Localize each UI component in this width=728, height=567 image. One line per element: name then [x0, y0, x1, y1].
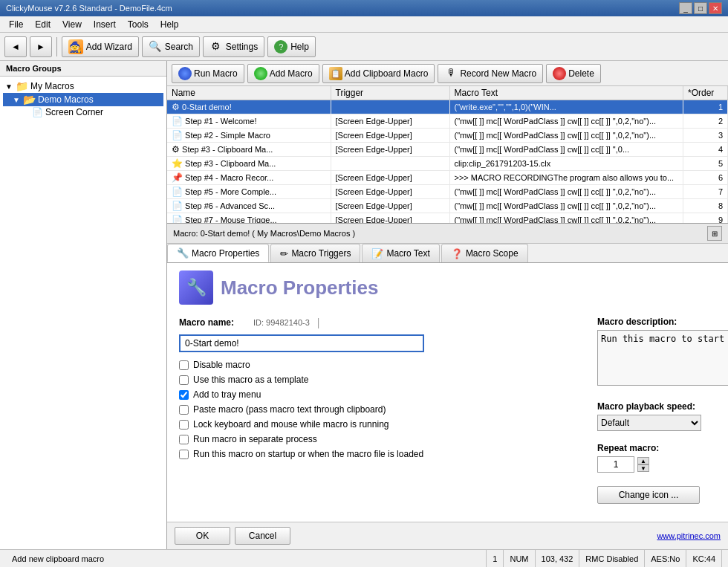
back-icon: ◄: [11, 42, 20, 52]
close-button[interactable]: ✕: [709, 2, 722, 14]
forward-button[interactable]: ►: [30, 36, 52, 57]
maximize-button[interactable]: □: [694, 2, 707, 14]
table-row[interactable]: 📄 Step #5 - More Comple... [Screen Edge-…: [167, 185, 728, 199]
website-link[interactable]: www.pitrinec.com: [657, 531, 721, 540]
repeat-down-button[interactable]: ▼: [637, 464, 649, 472]
macro-name-input[interactable]: [179, 334, 424, 352]
help-button[interactable]: ? Help: [267, 36, 316, 57]
name-label: Macro name:: [179, 317, 246, 328]
macro-table-container[interactable]: Name Trigger Macro Text *Order ⚙ 0-Start…: [167, 86, 728, 224]
prop-header: 🔧 Macro Properties: [179, 270, 716, 305]
cell-text: ("mw[[ ]] mc[[ WordPadClass ]] cw[[ ]] c…: [449, 213, 683, 224]
checkbox-label-separate: Run macro in separate process: [193, 434, 317, 444]
record-icon: 🎙: [444, 67, 458, 80]
row-icon: 📄: [172, 187, 183, 197]
macro-groups-panel: Macro Groups ▼ 📁 My Macros ▼ 📂 Demo Macr…: [0, 61, 167, 549]
repeat-up-button[interactable]: ▲: [637, 457, 649, 464]
checkbox-startup[interactable]: [179, 450, 189, 459]
checkbox-row-startup: Run this macro on startup or when the ma…: [179, 449, 585, 459]
tree-label: My Macros: [30, 81, 74, 91]
row-icon: ⭐: [172, 158, 183, 169]
table-row[interactable]: ⚙ Step #3 - Clipboard Ma... [Screen Edge…: [167, 143, 728, 157]
table-row[interactable]: 📄 Step #7 - Mouse Trigge... [Screen Edge…: [167, 213, 728, 224]
repeat-input[interactable]: [597, 456, 634, 473]
expand-panel-button[interactable]: ⊞: [707, 226, 722, 241]
table-row[interactable]: ⭐ Step #3 - Clipboard Ma... clip:clip_26…: [167, 157, 728, 171]
repeat-section: Repeat macro: ▲ ▼: [597, 443, 716, 473]
tab-macro-properties[interactable]: 🔧 Macro Properties: [167, 244, 269, 262]
add-macro-button[interactable]: Add Macro: [247, 64, 319, 83]
speed-label: Macro playback speed:: [597, 401, 716, 412]
checkboxes-container: Disable macro Use this macro as a templa…: [179, 360, 585, 459]
run-icon: [178, 67, 192, 80]
cell-trigger: [331, 157, 449, 171]
checkbox-disable[interactable]: [179, 360, 189, 370]
tree-label: Demo Macros: [38, 94, 94, 105]
add-clipboard-button[interactable]: 📋 Add Clipboard Macro: [322, 64, 435, 83]
checkbox-row-tray: Add to tray menu: [179, 389, 585, 400]
change-icon-button[interactable]: Change icon ...: [597, 486, 700, 504]
add-wizard-button[interactable]: 🧙 Add Wizard: [62, 36, 139, 57]
tree-label: Screen Corner: [45, 107, 103, 117]
delete-icon: [553, 67, 566, 80]
table-row[interactable]: ⚙ 0-Start demo! ("write.exe","","",1,0)(…: [167, 100, 728, 114]
table-row[interactable]: 📄 Step #6 - Advanced Sc... [Screen Edge-…: [167, 199, 728, 213]
title-bar: ClickyMouse v7.2.6 Standard - DemoFile.4…: [0, 0, 728, 16]
cancel-button[interactable]: Cancel: [235, 527, 290, 545]
menu-insert[interactable]: Insert: [88, 18, 122, 31]
checkbox-paste[interactable]: [179, 405, 189, 415]
expand-icon: ▼: [12, 96, 21, 104]
table-row[interactable]: 📄 Step #2 - Simple Macro [Screen Edge-Up…: [167, 129, 728, 143]
description-textarea[interactable]: Run this macro to start demo.: [597, 330, 728, 386]
speed-select[interactable]: Default Slow Normal Fast Very Fast: [597, 415, 701, 431]
tree-item-demo-macros[interactable]: ▼ 📂 Demo Macros: [3, 93, 163, 106]
checkbox-lock[interactable]: [179, 420, 189, 430]
menu-edit[interactable]: Edit: [29, 18, 56, 31]
folder-icon: 📁: [16, 80, 28, 92]
toolbar-separator-1: [56, 37, 57, 56]
record-button[interactable]: 🎙 Record New Macro: [438, 64, 543, 83]
row-icon: ⚙: [172, 102, 180, 112]
tab-text-icon: 📝: [371, 248, 383, 259]
window-controls: _ □ ✕: [679, 2, 722, 14]
tree-item-my-macros[interactable]: ▼ 📁 My Macros: [3, 80, 163, 93]
cell-order: 8: [683, 199, 728, 213]
ok-button[interactable]: OK: [175, 527, 230, 545]
macro-toolbar: Run Macro Add Macro 📋 Add Clipboard Macr…: [167, 61, 728, 86]
status-bar: Add new clipboard macro 1 NUM 103, 432 R…: [0, 549, 728, 567]
main-toolbar: ◄ ► 🧙 Add Wizard 🔍 Search ⚙ Settings ? H…: [0, 33, 728, 61]
menu-file[interactable]: File: [3, 18, 29, 31]
name-row: Macro name: ID: 99482140-3 |: [179, 317, 585, 328]
minimize-button[interactable]: _: [679, 2, 692, 14]
menu-tools[interactable]: Tools: [122, 18, 155, 31]
table-row[interactable]: 📄 Step #1 - Welcome! [Screen Edge-Upper]…: [167, 114, 728, 129]
tree-item-screen-corner[interactable]: 📄 Screen Corner: [3, 106, 163, 118]
cell-order: 6: [683, 171, 728, 185]
status-num: NUM: [504, 550, 535, 567]
row-icon: 📄: [172, 130, 183, 140]
checkbox-separate[interactable]: [179, 435, 189, 444]
tab-properties-icon: 🔧: [177, 247, 189, 259]
menu-view[interactable]: View: [56, 18, 88, 31]
run-macro-button[interactable]: Run Macro: [172, 64, 244, 83]
tab-macro-triggers[interactable]: ✏ Macro Triggers: [270, 244, 360, 262]
tab-macro-scope[interactable]: ❓ Macro Scope: [441, 244, 528, 262]
menu-help[interactable]: Help: [155, 18, 185, 31]
repeat-spinner: ▲ ▼: [637, 457, 649, 472]
checkbox-template[interactable]: [179, 375, 189, 385]
checkbox-label-startup: Run this macro on startup or when the ma…: [193, 449, 423, 459]
checkbox-tray[interactable]: [179, 390, 189, 400]
id-label: ID: 99482140-3: [253, 318, 310, 327]
tab-macro-text[interactable]: 📝 Macro Text: [362, 244, 439, 262]
col-header-order: *Order: [683, 86, 728, 100]
delete-button[interactable]: Delete: [546, 64, 601, 83]
search-button[interactable]: 🔍 Search: [142, 36, 200, 57]
table-row[interactable]: 📌 Step #4 - Macro Recor... [Screen Edge-…: [167, 171, 728, 185]
settings-button[interactable]: ⚙ Settings: [203, 36, 264, 57]
folder-icon: 📂: [23, 94, 36, 106]
macro-table: Name Trigger Macro Text *Order ⚙ 0-Start…: [167, 86, 728, 224]
cell-text: >>> MACRO RECORDINGThe program also allo…: [449, 171, 683, 185]
back-button[interactable]: ◄: [4, 36, 27, 57]
cell-name: ⚙ 0-Start demo!: [167, 100, 331, 114]
macro-groups-title: Macro Groups: [0, 61, 166, 77]
